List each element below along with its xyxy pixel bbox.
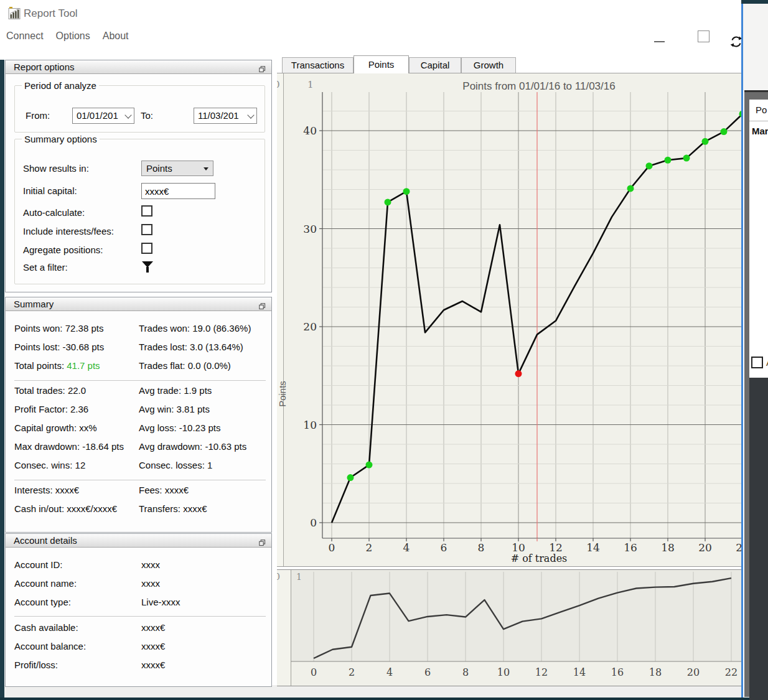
svg-text:12: 12 (535, 666, 548, 678)
svg-text:8: 8 (462, 666, 469, 678)
agregate-positions-checkbox[interactable] (141, 243, 152, 254)
divider (14, 480, 266, 480)
account-row-label: Account balance: (14, 641, 86, 651)
svg-text:6: 6 (424, 666, 431, 678)
svg-text:10: 10 (512, 541, 525, 554)
summary-row-cell: Points lost: -30.68 pts (14, 342, 104, 352)
floating-window-dark-area (749, 378, 768, 700)
summary-row-cell: Consec. losses: 1 (139, 460, 212, 470)
show-results-label: Show results in: (23, 161, 89, 177)
win-marker (347, 474, 354, 481)
svg-text:10: 10 (497, 666, 510, 678)
undock-icon[interactable] (259, 301, 266, 308)
divider (14, 616, 266, 617)
account-row-label: Account name: (14, 578, 77, 589)
account-details-header: Account details (6, 534, 271, 548)
initial-capital-label: Initial capital: (23, 183, 77, 199)
account-details-panel: Account details Account ID:xxxxAccount n… (5, 533, 272, 687)
summary-header: Summary (6, 297, 271, 311)
svg-text:0: 0 (329, 541, 335, 554)
svg-text:2: 2 (366, 541, 373, 554)
svg-text:12: 12 (549, 541, 563, 554)
menu-about[interactable]: About (103, 30, 135, 42)
show-results-value: Points (146, 163, 172, 174)
summary-row-cell: Capital growth: xx% (14, 422, 97, 433)
svg-text:# of trades: # of trades (511, 553, 568, 564)
svg-text:18: 18 (661, 541, 675, 554)
show-results-dropdown[interactable]: Points (141, 161, 213, 176)
desktop-edge-bottom (0, 698, 768, 700)
maximize-button[interactable] (698, 30, 709, 42)
overview-chart-panel: 024681012141618202201 (277, 569, 741, 686)
undock-icon[interactable] (259, 538, 266, 544)
from-date-value: 01/01/201 (77, 110, 124, 121)
svg-text:8: 8 (478, 541, 485, 554)
svg-text:4: 4 (403, 541, 410, 554)
svg-text:1: 1 (307, 79, 314, 90)
account-row-value: xxxx€ (141, 641, 165, 651)
svg-text:14: 14 (573, 666, 586, 678)
menu-bar: Connect Options About (6, 30, 141, 42)
tab-capital[interactable]: Capital (409, 57, 461, 73)
points-chart[interactable]: 0102030400246810121416182022Points from … (277, 73, 741, 566)
summary-row-cell: Avg drawdown: -10.63 pts (139, 441, 246, 452)
svg-text:16: 16 (611, 666, 624, 678)
win-marker (721, 128, 728, 135)
tab-growth[interactable]: Growth (461, 57, 516, 73)
summary-row-cell: Trades lost: 3.0 (13.64%) (139, 342, 243, 352)
summary-row-cell: Cash in/out: xxxx€/xxxx€ (14, 503, 117, 514)
dropdown-arrow-icon (204, 167, 208, 170)
include-fees-label: Include interests/fees: (23, 223, 114, 240)
win-marker (403, 188, 410, 195)
to-date-combo[interactable]: 11/03/201 (194, 108, 257, 124)
overview-chart[interactable]: 024681012141618202201 (277, 570, 741, 686)
include-fees-checkbox[interactable] (141, 224, 152, 235)
svg-text:2: 2 (349, 666, 355, 678)
divider (14, 380, 266, 381)
svg-text:0: 0 (311, 666, 317, 678)
account-row-label: Profit/loss: (14, 660, 58, 670)
from-date-combo[interactable]: 01/01/201 (72, 108, 134, 124)
svg-text:40: 40 (303, 124, 317, 137)
desktop-area (743, 4, 768, 90)
floating-window-content: Po Mar A (749, 100, 768, 378)
svg-text:4: 4 (386, 666, 393, 678)
minimize-button[interactable] (654, 41, 665, 42)
loss-marker (515, 370, 522, 377)
filter-icon[interactable] (142, 261, 153, 274)
summary-row-cell: Max drawdown: -18.64 pts (14, 441, 124, 452)
summary-row-cell: Total trades: 22.0 (14, 385, 86, 396)
summary-row-cell: Avg trade: 1.9 pts (139, 385, 212, 396)
app-icon (8, 6, 21, 20)
summary-row-cell: Points won: 72.38 pts (14, 323, 103, 334)
auto-calculate-checkbox[interactable] (141, 205, 152, 217)
tab-transactions[interactable]: Transactions (282, 57, 354, 73)
win-marker (683, 155, 690, 162)
win-marker (627, 185, 634, 192)
win-marker (702, 138, 709, 145)
svg-text:22: 22 (736, 541, 741, 554)
from-label: From: (26, 108, 50, 124)
floating-checkbox[interactable] (751, 357, 763, 368)
set-filter-label: Set a filter: (23, 259, 68, 276)
summary-row-cell: Avg win: 3.81 pts (139, 404, 210, 414)
summary-row-cell: Trades flat: 0.0 (0.0%) (139, 360, 231, 371)
svg-text:1: 1 (296, 572, 302, 582)
window-right-border (741, 4, 743, 698)
report-tool-window: { "titlebar": { "title": "Report Tool", … (0, 0, 768, 700)
win-marker (646, 162, 653, 169)
summary-panel: Summary Points won: 72.38 ptsTrades won:… (5, 297, 272, 533)
initial-capital-input[interactable] (141, 183, 215, 199)
menu-connect[interactable]: Connect (6, 30, 50, 42)
summary-row-cell: Trades won: 19.0 (86.36%) (139, 323, 251, 334)
window-title: Report Tool (24, 7, 78, 20)
win-marker (385, 198, 391, 205)
to-date-value: 11/03/201 (198, 110, 246, 121)
summary-row-cell: Transfers: xxxx€ (139, 503, 207, 514)
menu-options[interactable]: Options (56, 30, 96, 42)
svg-text:0: 0 (310, 516, 317, 529)
tab-points[interactable]: Points (354, 55, 409, 73)
svg-text:Points: Points (277, 381, 288, 407)
undock-icon[interactable] (259, 64, 266, 71)
floating-window-top-edge (744, 90, 768, 92)
